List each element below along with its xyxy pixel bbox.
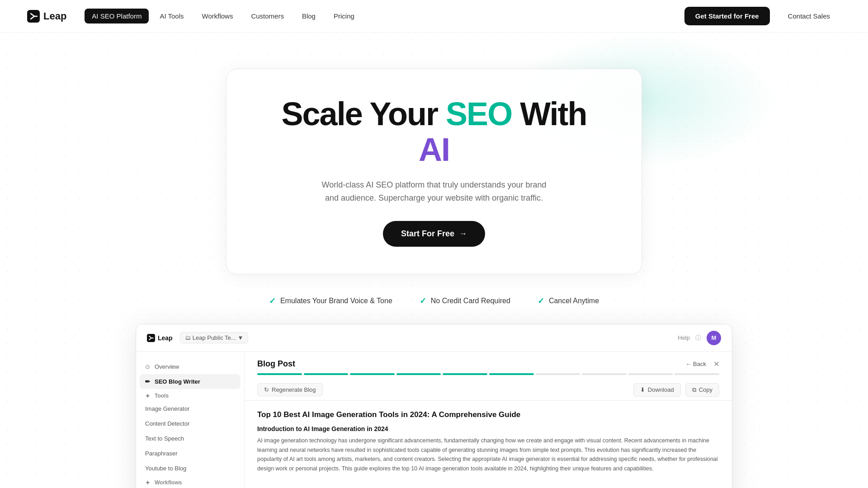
regenerate-blog-button[interactable]: ↻ Regenerate Blog xyxy=(257,383,323,396)
breadcrumb-chevron: ▼ xyxy=(238,334,244,341)
nav-item-customers[interactable]: Customers xyxy=(244,9,291,23)
app-sidebar: ⊙ Overview ✏ SEO Blog Writer ✦ Tools Ima… xyxy=(136,352,245,488)
breadcrumb-icon: 🗂 xyxy=(185,334,191,341)
progress-tab-4[interactable] xyxy=(443,373,487,375)
nav-links: AI SEO Platform AI Tools Workflows Custo… xyxy=(85,9,361,23)
content-detector-label: Content Detector xyxy=(145,420,189,427)
progress-tab-3[interactable] xyxy=(396,373,441,375)
hero-section: Scale Your SEO With AI World-class AI SE… xyxy=(0,33,868,488)
app-header-left: Leap 🗂 Leap Public Te... ▼ xyxy=(147,332,248,343)
nav-item-ai-seo-platform[interactable]: AI SEO Platform xyxy=(85,9,149,23)
copy-icon: ⧉ xyxy=(692,386,696,394)
breadcrumb-text: Leap Public Te... xyxy=(193,334,236,341)
hero-title-part1: Scale Your xyxy=(282,96,446,132)
check-icon-1: ✓ xyxy=(269,296,276,306)
close-button[interactable]: ✕ xyxy=(713,360,719,368)
app-header-right: Help ⓘ M xyxy=(678,331,721,345)
overview-icon: ⊙ xyxy=(145,363,150,370)
workflows-icon: ✦ xyxy=(145,479,150,486)
info-icon: ⓘ xyxy=(695,334,701,342)
app-logo-icon xyxy=(147,334,155,342)
blog-article-text: AI image generation technology has under… xyxy=(257,436,719,474)
sidebar-item-content-detector[interactable]: Content Detector xyxy=(136,416,244,431)
features-row: ✓ Emulates Your Brand Voice & Tone ✓ No … xyxy=(269,296,599,306)
blog-post-actions: ← Back ✕ xyxy=(685,360,719,368)
nav-item-ai-tools[interactable]: AI Tools xyxy=(152,9,191,23)
download-icon: ⬇ xyxy=(640,386,645,393)
blog-section-title: Introduction to AI Image Generation in 2… xyxy=(257,425,719,432)
get-started-button[interactable]: Get Started for Free xyxy=(684,7,770,25)
sidebar-tools-label: Tools xyxy=(155,393,169,399)
sidebar-item-seo-blog-writer[interactable]: ✏ SEO Blog Writer xyxy=(140,374,241,389)
feature-cancel-anytime: ✓ Cancel Anytime xyxy=(538,296,599,306)
hero-title-part2: With xyxy=(512,96,586,132)
text-to-speech-label: Text to Speech xyxy=(145,435,184,442)
app-header: Leap 🗂 Leap Public Te... ▼ Help ⓘ M xyxy=(136,324,732,352)
progress-tab-5[interactable] xyxy=(489,373,534,375)
regenerate-label: Regenerate Blog xyxy=(272,386,316,393)
start-free-label: Start For Free xyxy=(401,229,454,239)
progress-tab-0[interactable] xyxy=(257,373,302,375)
seo-blog-icon: ✏ xyxy=(145,378,150,385)
nav-item-pricing[interactable]: Pricing xyxy=(326,9,362,23)
back-button[interactable]: ← Back xyxy=(685,361,706,367)
progress-tabs xyxy=(245,369,732,380)
navbar: Leap AI SEO Platform AI Tools Workflows … xyxy=(0,0,868,33)
feature-label-1: Emulates Your Brand Voice & Tone xyxy=(280,297,392,305)
sidebar-item-overview[interactable]: ⊙ Overview xyxy=(136,359,244,374)
nav-item-workflows[interactable]: Workflows xyxy=(195,9,241,23)
sidebar-section-tools: ✦ Tools xyxy=(136,389,244,401)
app-breadcrumb[interactable]: 🗂 Leap Public Te... ▼ xyxy=(180,332,249,343)
toolbar-right: ⬇ Download ⧉ Copy xyxy=(633,383,719,397)
hero-subtitle: World-class AI SEO platform that truly u… xyxy=(321,178,547,205)
sidebar-item-youtube-to-blog[interactable]: Youtube to Blog xyxy=(136,461,244,476)
arrow-icon: → xyxy=(459,229,467,239)
start-free-button[interactable]: Start For Free → xyxy=(383,221,485,247)
feature-brand-voice: ✓ Emulates Your Brand Voice & Tone xyxy=(269,296,392,306)
navbar-right: Get Started for Free Contact Sales xyxy=(684,7,841,25)
progress-tab-2[interactable] xyxy=(350,373,395,375)
sidebar-item-text-to-speech[interactable]: Text to Speech xyxy=(136,431,244,446)
image-gen-label: Image Generator xyxy=(145,405,189,412)
navbar-left: Leap AI SEO Platform AI Tools Workflows … xyxy=(27,9,362,23)
blog-toolbar: ↻ Regenerate Blog ⬇ Download ⧉ Copy xyxy=(245,380,732,401)
sidebar-section-workflows: ✦ Workflows xyxy=(136,476,244,488)
regenerate-icon: ↻ xyxy=(264,386,269,393)
feature-no-credit-card: ✓ No Credit Card Required xyxy=(420,296,510,306)
download-label: Download xyxy=(648,386,674,393)
sidebar-item-paraphraser[interactable]: Paraphraser xyxy=(136,446,244,461)
logo[interactable]: Leap xyxy=(27,10,66,23)
hero-title-ai: AI xyxy=(419,131,449,168)
hero-title: Scale Your SEO With AI xyxy=(272,96,596,168)
sidebar-seo-label: SEO Blog Writer xyxy=(155,378,200,385)
app-logo-text: Leap xyxy=(158,334,173,342)
check-icon-2: ✓ xyxy=(420,296,426,306)
check-icon-3: ✓ xyxy=(538,296,544,306)
download-button[interactable]: ⬇ Download xyxy=(633,383,681,397)
app-main: Blog Post ← Back ✕ ↻ Regenerate Blog xyxy=(245,352,732,488)
logo-text: Leap xyxy=(43,10,66,22)
app-body: ⊙ Overview ✏ SEO Blog Writer ✦ Tools Ima… xyxy=(136,352,732,488)
copy-label: Copy xyxy=(699,386,712,393)
progress-tab-7[interactable] xyxy=(582,373,627,375)
progress-tab-1[interactable] xyxy=(304,373,349,375)
logo-icon xyxy=(27,10,40,23)
sidebar-workflows-label: Workflows xyxy=(155,479,182,486)
help-text: Help xyxy=(678,334,690,341)
blog-article-title: Top 10 Best AI Image Generation Tools in… xyxy=(257,410,719,420)
youtube-to-blog-label: Youtube to Blog xyxy=(145,465,186,472)
feature-label-2: No Credit Card Required xyxy=(431,297,510,305)
paraphraser-label: Paraphraser xyxy=(145,450,178,457)
hero-card: Scale Your SEO With AI World-class AI SE… xyxy=(226,69,642,274)
nav-item-blog[interactable]: Blog xyxy=(295,9,323,23)
progress-tab-6[interactable] xyxy=(536,373,580,375)
app-logo: Leap xyxy=(147,334,173,342)
sidebar-overview-label: Overview xyxy=(155,363,179,370)
blog-post-header: Blog Post ← Back ✕ xyxy=(245,352,732,369)
blog-post-title: Blog Post xyxy=(257,359,295,369)
progress-tab-9[interactable] xyxy=(675,373,719,375)
copy-button[interactable]: ⧉ Copy xyxy=(685,383,719,397)
contact-sales-button[interactable]: Contact Sales xyxy=(777,7,841,25)
sidebar-item-image-generator[interactable]: Image Generator xyxy=(136,401,244,416)
progress-tab-8[interactable] xyxy=(628,373,673,375)
